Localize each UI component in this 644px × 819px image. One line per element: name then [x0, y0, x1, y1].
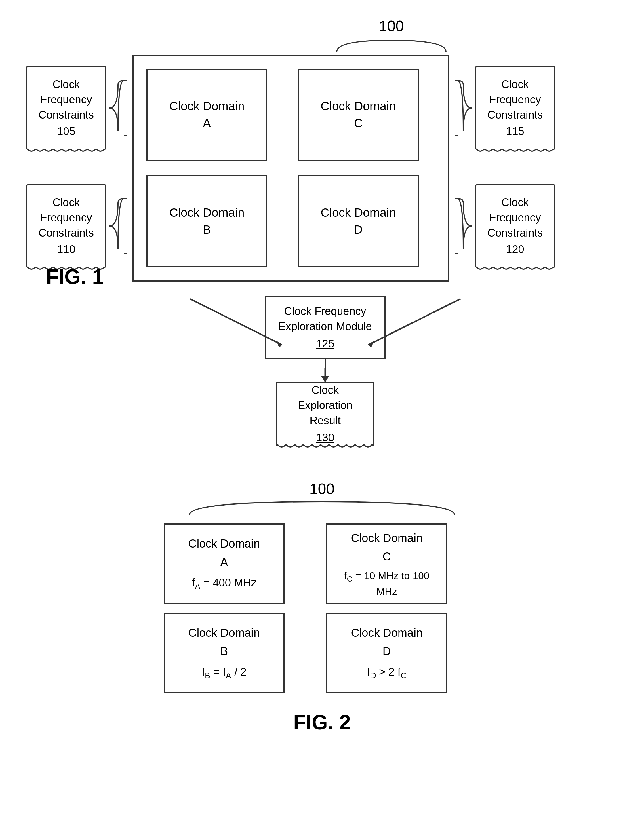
module-box-125: Clock FrequencyExploration Module 125 — [265, 296, 386, 359]
domain-c-letter: C — [354, 115, 363, 132]
right-constraints-column: ClockFrequencyConstraints 115 ClockFrequ… — [449, 55, 558, 268]
constraint-120-text: ClockFrequencyConstraints — [488, 195, 543, 241]
result-box-130: ClockExplorationResult 130 — [276, 382, 374, 446]
constraint-120: ClockFrequencyConstraints 120 — [475, 184, 555, 268]
constraint-105-text: ClockFrequencyConstraints — [38, 77, 94, 123]
fig2-domain-a-title: Clock Domain — [189, 534, 260, 553]
result-text: ClockExplorationResult — [298, 383, 353, 429]
fig1-system-label: 100 — [155, 17, 627, 35]
left-brace-top-connector — [106, 79, 129, 137]
fig2-domain-d-freq: fD > 2 fC — [367, 663, 406, 682]
fig1-brace-top — [334, 37, 449, 55]
fig2-domain-d-letter: D — [383, 642, 391, 661]
fig2-domain-a-letter: A — [221, 553, 228, 571]
fig2-system-label: 100 — [310, 480, 335, 498]
domain-d: Clock Domain D — [298, 175, 419, 267]
constraint-110: ClockFrequencyConstraints 110 — [26, 184, 106, 268]
fig2-domain-c-freq: fC = 10 MHz to 100MHz — [344, 569, 429, 598]
right-brace-bottom-connector — [452, 197, 475, 255]
fig1-label: FIG. 1 — [46, 265, 104, 289]
fig2-label: FIG. 2 — [23, 710, 621, 734]
module-ref: 125 — [316, 336, 334, 352]
domain-b: Clock Domain B — [146, 175, 267, 267]
fig2-domain-b: Clock Domain B fB = fA / 2 — [164, 613, 285, 693]
constraint-105-ref: 105 — [57, 124, 75, 139]
fig2-domain-b-title: Clock Domain — [189, 624, 260, 642]
fig2-domain-b-letter: B — [221, 642, 228, 661]
result-ref: 130 — [316, 430, 334, 446]
domain-d-title: Clock Domain — [320, 204, 396, 221]
domain-b-title: Clock Domain — [169, 204, 244, 221]
fig2-domain-b-freq: fB = fA / 2 — [202, 663, 246, 682]
left-constraints-column: ClockFrequencyConstraints 105 ClockFrequ… — [23, 55, 132, 268]
fig2-domain-a: Clock Domain A fA = 400 MHz — [164, 523, 285, 604]
fig2-domain-c-title: Clock Domain — [351, 529, 423, 547]
module-text: Clock FrequencyExploration Module — [278, 304, 372, 334]
fig2-domain-c-letter: C — [383, 547, 391, 565]
fig2-domain-c: Clock Domain C fC = 10 MHz to 100MHz — [326, 523, 447, 604]
constraint-115-ref: 115 — [506, 124, 524, 139]
right-brace-top-connector — [452, 79, 475, 137]
fig2-section: 100 Clock Domain A fA = 400 MHz Clock Do… — [23, 480, 621, 734]
domain-c-title: Clock Domain — [320, 98, 396, 115]
constraint-105: ClockFrequencyConstraints 105 — [26, 66, 106, 150]
domain-a-letter: A — [203, 115, 211, 132]
fig2-domain-d-title: Clock Domain — [351, 624, 423, 642]
fig2-domain-d: Clock Domain D fD > 2 fC — [326, 613, 447, 693]
constraint-115-text: ClockFrequencyConstraints — [488, 77, 543, 123]
constraint-110-ref: 110 — [57, 242, 75, 257]
domain-a-title: Clock Domain — [169, 98, 244, 115]
constraint-120-ref: 120 — [506, 242, 524, 257]
fig2-domain-a-freq: fA = 400 MHz — [192, 574, 257, 593]
domain-a: Clock Domain A — [146, 69, 267, 161]
fig2-brace-top — [184, 498, 460, 518]
constraint-115: ClockFrequencyConstraints 115 — [475, 66, 555, 150]
domain-b-letter: B — [203, 221, 211, 238]
constraint-110-text: ClockFrequencyConstraints — [38, 195, 94, 241]
domain-d-letter: D — [354, 221, 363, 238]
fig1-section: 100 ClockFrequencyConstraints 105 — [23, 17, 627, 446]
page: 100 ClockFrequencyConstraints 105 — [0, 0, 644, 819]
domain-c: Clock Domain C — [298, 69, 419, 161]
left-brace-bottom-connector — [106, 197, 129, 255]
